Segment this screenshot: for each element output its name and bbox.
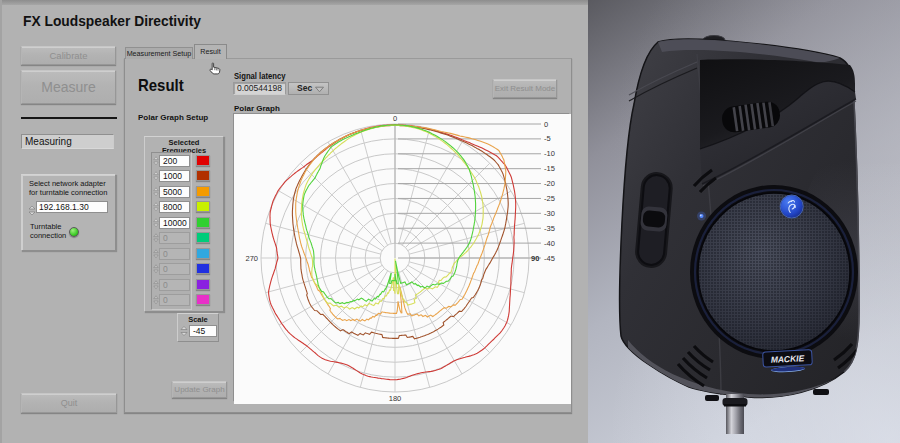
svg-text:90: 90 <box>531 254 539 263</box>
svg-text:-20: -20 <box>544 179 555 188</box>
svg-text:-45: -45 <box>544 254 555 263</box>
svg-text:-5: -5 <box>544 134 551 143</box>
svg-text:0: 0 <box>393 114 397 123</box>
svg-text:270: 270 <box>245 254 258 263</box>
svg-text:-10: -10 <box>544 149 555 158</box>
svg-text:-25: -25 <box>544 194 555 203</box>
svg-text:180: 180 <box>389 394 402 403</box>
svg-text:-15: -15 <box>544 164 555 173</box>
svg-text:-30: -30 <box>544 209 555 218</box>
svg-text:-35: -35 <box>544 224 555 233</box>
svg-text:-40: -40 <box>544 239 555 248</box>
svg-text:MACKIE: MACKIE <box>770 353 804 365</box>
svg-text:0: 0 <box>544 120 548 129</box>
